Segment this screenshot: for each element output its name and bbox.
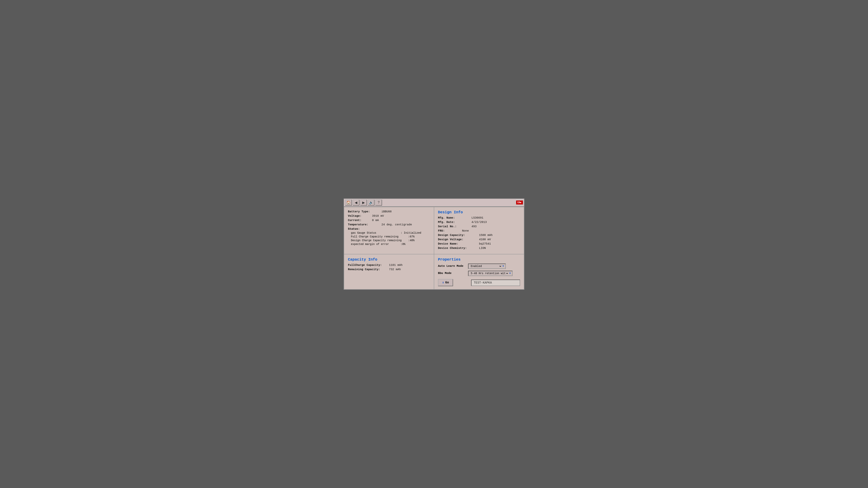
gas-gauge-status-row: gas Gauge Status : Initialized — [351, 231, 430, 234]
temperature-label: Temperature: — [348, 223, 380, 226]
gas-gauge-label: gas Gauge Status — [351, 231, 400, 234]
fru-value: None — [462, 229, 469, 232]
main-content: Battery Type: iBBU08 Voltage: 3918 mV Cu… — [344, 207, 524, 289]
remaining-capacity-row: Remaining Capacity: 732 mAh — [348, 268, 430, 271]
mfg-name-label: Mfg. Name: — [438, 216, 470, 220]
design-charge-remaining-value: :48% — [408, 239, 414, 242]
properties-title: Properties — [438, 257, 520, 262]
logo: EA▶ — [516, 200, 523, 204]
remaining-capacity-value: 732 mAh — [389, 268, 401, 271]
device-name-value: bq27541 — [479, 242, 491, 246]
mfg-date-value: 4/22/2013 — [471, 221, 487, 224]
fru-label: FRU: — [438, 229, 461, 232]
battery-panel: Battery Type: iBBU08 Voltage: 3918 mV Cu… — [344, 207, 434, 254]
serial-no-row: Serial No.: 493 — [438, 225, 520, 228]
temperature-value: 24 deg. centigrade — [381, 223, 412, 226]
go-row: ⬇ Go — [438, 278, 520, 286]
go-arrow-icon: ⬇ — [442, 281, 444, 285]
device-chemistry-row: Device Chemistry: LION — [438, 247, 520, 250]
back-button[interactable]: ◀ — [352, 200, 360, 205]
design-voltage-row: Design Voltage: 4100 mV — [438, 238, 520, 241]
auto-learn-select-wrapper[interactable]: Enabled Disabled ▼ — [468, 264, 506, 269]
mfg-name-row: Mfg. Name: LS36691 — [438, 216, 520, 220]
bbu-mode-select[interactable]: 5-48 Hrs retention wit Other mode — [470, 272, 508, 275]
margin-of-error-label: expected margin of error — [351, 243, 400, 246]
design-capacity-value: 1500 mAh — [479, 234, 493, 237]
design-info-panel: Design Info Mfg. Name: LS36691 Mfg. Date… — [434, 207, 524, 254]
full-charge-capacity-label: FullCharge Capacity: — [348, 264, 388, 267]
forward-button[interactable]: ▶ — [360, 200, 367, 205]
home-button[interactable]: 🏠 — [345, 200, 352, 205]
device-name-label: Device Name: — [438, 242, 477, 246]
gas-gauge-value: : Initialized — [401, 231, 421, 234]
auto-learn-dropdown-arrow: ▼ — [502, 265, 504, 267]
margin-of-error-value: :0% — [401, 243, 405, 246]
design-voltage-label: Design Voltage: — [438, 238, 477, 241]
device-chemistry-label: Device Chemistry: — [438, 247, 477, 250]
battery-type-label: Battery Type: — [348, 210, 380, 213]
full-charge-status-row: Full Charge Capacity remaining :67% — [351, 235, 430, 238]
design-capacity-label: Design Capacity: — [438, 234, 477, 237]
full-charge-remaining-value: :67% — [408, 235, 414, 238]
capacity-info-title: Capacity Info — [348, 257, 430, 262]
capacity-info-panel: Capacity Info FullCharge Capacity: 1101 … — [344, 254, 434, 289]
full-charge-capacity-row: FullCharge Capacity: 1101 mAh — [348, 264, 430, 267]
app-window: 🏠 ◀ ▶ 🔊 ? EA▶ Battery Type: iBBU08 Volta… — [344, 198, 524, 290]
bbu-mode-label: Bbu Mode — [438, 272, 468, 275]
serial-no-value: 493 — [471, 225, 476, 228]
volume-button[interactable]: 🔊 — [368, 200, 374, 205]
design-charge-remaining-label: Design Charge Capacity remaining — [351, 239, 407, 242]
auto-learn-select[interactable]: Enabled Disabled — [470, 264, 502, 268]
bbu-mode-select-wrapper[interactable]: 5-48 Hrs retention wit Other mode ▼ — [468, 271, 513, 276]
current-label: Current: — [348, 219, 371, 222]
remaining-capacity-label: Remaining Capacity: — [348, 268, 388, 271]
go-button-label: Go — [445, 281, 449, 284]
voltage-row: Voltage: 3918 mV — [348, 215, 430, 218]
temperature-row: Temperature: 24 deg. centigrade — [348, 223, 430, 226]
bbu-mode-row: Bbu Mode 5-48 Hrs retention wit Other mo… — [438, 271, 520, 276]
mfg-name-value: LS36691 — [471, 216, 483, 220]
mfg-date-label: Mfg. Date: — [438, 221, 470, 224]
go-button[interactable]: ⬇ Go — [438, 279, 453, 286]
current-row: Current: 0 mA — [348, 219, 430, 222]
auto-learn-row: Auto Learn Mode Enabled Disabled ▼ — [438, 264, 520, 269]
device-name-row: Device Name: bq27541 — [438, 242, 520, 246]
help-button[interactable]: ? — [375, 200, 382, 205]
margin-of-error-row: expected margin of error :0% — [351, 243, 430, 246]
auto-learn-label: Auto Learn Mode — [438, 264, 468, 268]
voltage-value: 3918 mV — [372, 215, 384, 218]
design-capacity-row: Design Capacity: 1500 mAh — [438, 234, 520, 237]
full-charge-capacity-value: 1101 mAh — [389, 264, 403, 267]
device-chemistry-value: LION — [479, 247, 486, 250]
properties-panel: Properties Auto Learn Mode Enabled Disab… — [434, 254, 524, 289]
full-charge-remaining-label: Full Charge Capacity remaining — [351, 235, 407, 238]
serial-no-label: Serial No.: — [438, 225, 470, 228]
current-value: 0 mA — [372, 219, 379, 222]
test-kapka-field[interactable] — [471, 280, 520, 286]
battery-type-row: Battery Type: iBBU08 — [348, 210, 430, 213]
design-voltage-value: 4100 mV — [479, 238, 491, 241]
battery-type-value: iBBU08 — [381, 210, 392, 213]
status-section: Status: gas Gauge Status : Initialized F… — [348, 227, 430, 246]
design-charge-status-row: Design Charge Capacity remaining :48% — [351, 239, 430, 242]
bbu-mode-dropdown-arrow: ▼ — [509, 272, 511, 275]
fru-row: FRU: None — [438, 229, 520, 232]
design-info-title: Design Info — [438, 210, 520, 215]
toolbar: 🏠 ◀ ▶ 🔊 ? EA▶ — [344, 199, 524, 207]
status-label: Status: — [348, 227, 430, 231]
voltage-label: Voltage: — [348, 215, 371, 218]
mfg-date-row: Mfg. Date: 4/22/2013 — [438, 221, 520, 224]
